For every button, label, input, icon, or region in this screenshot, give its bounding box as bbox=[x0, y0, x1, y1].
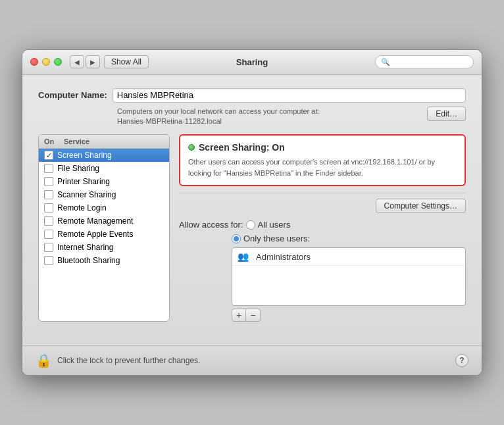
traffic-lights bbox=[30, 58, 62, 66]
service-label-remote-apple-events: Remote Apple Events bbox=[57, 230, 133, 239]
users-list: 👥 Administrators bbox=[232, 247, 466, 306]
service-item-remote-login[interactable]: Remote Login bbox=[39, 201, 169, 214]
add-user-button[interactable]: + bbox=[232, 309, 246, 322]
user-name-administrators: Administrators bbox=[256, 252, 311, 262]
service-item-printer-sharing[interactable]: Printer Sharing bbox=[39, 175, 169, 188]
service-checkbox-internet-sharing[interactable] bbox=[44, 243, 53, 252]
close-button[interactable] bbox=[30, 58, 38, 66]
screen-sharing-description: Other users can access your computer's s… bbox=[188, 157, 457, 178]
main-panel: On Service ✓ Screen Sharing File Sharing… bbox=[38, 134, 466, 322]
back-button[interactable]: ◀ bbox=[70, 55, 84, 68]
service-label-remote-login: Remote Login bbox=[57, 203, 107, 213]
lock-area[interactable]: 🔒 Click the lock to prevent further chan… bbox=[36, 353, 200, 368]
service-label-printer-sharing: Printer Sharing bbox=[57, 177, 110, 186]
service-label-internet-sharing: Internet Sharing bbox=[57, 243, 113, 252]
service-checkbox-remote-apple-events[interactable] bbox=[44, 230, 53, 239]
screen-sharing-status-text: Screen Sharing: On bbox=[199, 142, 285, 153]
forward-button[interactable]: ▶ bbox=[86, 55, 100, 68]
divider bbox=[179, 193, 466, 193]
allow-access-label: Allow access for: bbox=[179, 220, 243, 230]
service-checkbox-screen-sharing[interactable]: ✓ bbox=[44, 151, 53, 160]
service-item-bluetooth-sharing[interactable]: Bluetooth Sharing bbox=[39, 254, 169, 267]
service-checkbox-file-sharing[interactable] bbox=[44, 164, 53, 173]
window-title: Sharing bbox=[236, 57, 268, 67]
service-checkbox-scanner-sharing[interactable] bbox=[44, 190, 53, 199]
bottom-bar: 🔒 Click the lock to prevent further chan… bbox=[22, 345, 482, 375]
edit-button[interactable]: Edit… bbox=[427, 107, 466, 121]
service-label-screen-sharing: Screen Sharing bbox=[57, 151, 112, 160]
service-checkbox-printer-sharing[interactable] bbox=[44, 177, 53, 186]
service-item-remote-apple-events[interactable]: Remote Apple Events bbox=[39, 228, 169, 241]
radio-all-users-label: All users bbox=[258, 220, 291, 230]
maximize-button[interactable] bbox=[54, 58, 62, 66]
service-item-remote-management[interactable]: Remote Management bbox=[39, 214, 169, 228]
computer-name-input[interactable] bbox=[113, 88, 466, 103]
computer-name-row: Computer Name: bbox=[38, 88, 466, 103]
show-all-button[interactable]: Show All bbox=[104, 55, 149, 68]
service-checkbox-bluetooth-sharing[interactable] bbox=[44, 256, 53, 265]
computer-name-label: Computer Name: bbox=[38, 90, 107, 100]
minimize-button[interactable] bbox=[42, 58, 50, 66]
help-button[interactable]: ? bbox=[455, 354, 468, 367]
remove-user-button[interactable]: − bbox=[246, 309, 261, 322]
titlebar: ◀ ▶ Show All Sharing 🔍 bbox=[22, 50, 482, 75]
right-panel: Screen Sharing: On Other users can acces… bbox=[179, 134, 466, 322]
service-label-remote-management: Remote Management bbox=[57, 216, 133, 226]
services-list: On Service ✓ Screen Sharing File Sharing… bbox=[38, 134, 170, 322]
service-item-internet-sharing[interactable]: Internet Sharing bbox=[39, 241, 169, 254]
content-area: Computer Name: Computers on your local n… bbox=[22, 75, 482, 336]
radio-only-these-label: Only these users: bbox=[243, 234, 310, 243]
service-item-screen-sharing[interactable]: ✓ Screen Sharing bbox=[39, 149, 169, 162]
status-indicator bbox=[188, 144, 195, 151]
search-box[interactable]: 🔍 bbox=[375, 55, 474, 68]
users-list-actions: + − bbox=[232, 309, 466, 322]
allow-access-section: Allow access for: All users Only these u… bbox=[179, 220, 466, 322]
service-item-scanner-sharing[interactable]: Scanner Sharing bbox=[39, 188, 169, 201]
users-group-icon: 👥 bbox=[238, 251, 251, 262]
service-label-bluetooth-sharing: Bluetooth Sharing bbox=[57, 256, 120, 265]
lock-icon[interactable]: 🔒 bbox=[36, 353, 52, 368]
radio-only-these-users[interactable] bbox=[232, 234, 241, 243]
screen-sharing-title: Screen Sharing: On bbox=[188, 142, 457, 153]
header-service: Service bbox=[64, 138, 89, 145]
radio-all-users[interactable] bbox=[246, 220, 255, 230]
service-checkbox-remote-login[interactable] bbox=[44, 203, 53, 213]
search-icon: 🔍 bbox=[381, 58, 390, 66]
lock-text: Click the lock to prevent further change… bbox=[57, 356, 200, 365]
user-item-administrators: 👥 Administrators bbox=[232, 248, 465, 266]
service-label-file-sharing: File Sharing bbox=[57, 164, 99, 173]
search-input[interactable] bbox=[393, 57, 468, 66]
computer-settings-button[interactable]: Computer Settings… bbox=[376, 199, 466, 213]
header-on: On bbox=[44, 138, 64, 145]
computer-settings-row: Computer Settings… bbox=[179, 199, 466, 213]
users-list-empty-area bbox=[232, 266, 465, 305]
main-window: ◀ ▶ Show All Sharing 🔍 Computer Name: Co… bbox=[22, 49, 482, 376]
service-item-file-sharing[interactable]: File Sharing bbox=[39, 162, 169, 175]
screen-sharing-status-box: Screen Sharing: On Other users can acces… bbox=[179, 134, 466, 186]
nav-buttons: ◀ ▶ bbox=[70, 55, 100, 68]
service-label-scanner-sharing: Scanner Sharing bbox=[57, 190, 116, 199]
service-checkbox-remote-management[interactable] bbox=[44, 216, 53, 226]
local-network-info: Computers on your local network can acce… bbox=[117, 107, 320, 127]
services-header: On Service bbox=[39, 135, 169, 149]
